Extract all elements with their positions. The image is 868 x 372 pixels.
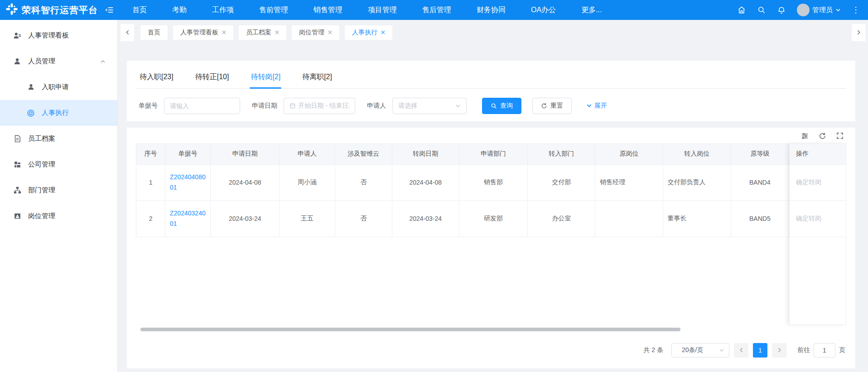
nav-item-finance[interactable]: 财务协同: [477, 5, 506, 15]
applicant-label: 申请人: [367, 102, 386, 110]
user-menu[interactable]: 管理员: [797, 4, 841, 16]
tab-chip-hr-execution[interactable]: 人事执行: [345, 25, 392, 40]
nav-item-aftersales[interactable]: 售后管理: [422, 5, 451, 15]
main-menu: 首页 考勤 工作项 售前管理 销售管理 项目管理 售后管理 财务协同 OA办公 …: [132, 5, 602, 15]
tab-chip-employee-files[interactable]: 员工档案: [239, 25, 286, 40]
nav-item-more[interactable]: 更多...: [581, 5, 602, 15]
filter-bar: 单据号 申请日期 开始日期 - 结束日期 申请人 请选择: [136, 98, 846, 114]
nav-item-home[interactable]: 首页: [132, 5, 147, 15]
search-icon[interactable]: [757, 5, 766, 14]
close-icon[interactable]: [381, 30, 385, 34]
bill-no-input[interactable]: [164, 98, 240, 114]
date-range-picker[interactable]: 开始日期 - 结束日期: [284, 98, 355, 114]
id-badge-icon: [13, 212, 22, 220]
nav-item-workitems[interactable]: 工作项: [212, 5, 234, 15]
avatar: [797, 4, 810, 16]
person-board-icon: [13, 32, 22, 40]
col-header-applicant: 申请人: [280, 143, 335, 164]
tab-pending-resign[interactable]: 待离职[2]: [301, 68, 333, 88]
tab-pending-transfer[interactable]: 待转岗[2]: [250, 68, 281, 88]
sidebar-item-label: 部门管理: [28, 186, 55, 195]
refresh-icon[interactable]: [819, 132, 826, 140]
chips-scroll-left-icon[interactable]: [121, 24, 134, 41]
tab-chip-hr-dashboard[interactable]: 人事管理看板: [173, 25, 233, 40]
document-icon: [13, 135, 22, 143]
search-icon: [491, 103, 497, 109]
close-icon[interactable]: [328, 30, 332, 34]
sidebar-item-onboarding-apply[interactable]: 入职申请: [0, 74, 117, 100]
confirm-transfer-button[interactable]: 确定转岗: [790, 201, 846, 237]
tab-pending-regular[interactable]: 待转正[10]: [194, 68, 230, 88]
sidebar-item-post-mgmt[interactable]: 岗位管理: [0, 203, 117, 229]
nav-item-attendance[interactable]: 考勤: [172, 5, 187, 15]
apply-date-label: 申请日期: [252, 102, 277, 110]
nav-item-presales[interactable]: 售前管理: [259, 5, 288, 15]
page-size-select[interactable]: 20条/页: [671, 343, 729, 358]
chips-scroll-right-icon[interactable]: [852, 24, 865, 41]
close-icon[interactable]: [222, 30, 226, 34]
nav-item-sales[interactable]: 销售管理: [313, 5, 342, 15]
sidebar-item-label: 人事管理看板: [28, 31, 69, 40]
reset-button[interactable]: 重置: [532, 98, 572, 114]
goto-page-input[interactable]: [814, 343, 835, 358]
sidebar-item-department-mgmt[interactable]: 部门管理: [0, 177, 117, 203]
applicant-placeholder: 请选择: [398, 102, 417, 110]
page-unit-label: 页: [839, 346, 845, 354]
top-navbar: 荣科智行运营平台 首页 考勤 工作项 售前管理 销售管理 项目管理 售后管理 财…: [0, 0, 868, 20]
tab-pending-onboard[interactable]: 待入职[23]: [139, 68, 174, 88]
cell-to-dept: 交付部: [528, 164, 595, 200]
chip-label: 员工档案: [246, 29, 271, 37]
close-icon[interactable]: [275, 30, 279, 34]
col-header-apply-dept: 申请部门: [459, 143, 527, 164]
kebab-menu-icon[interactable]: ⋮: [852, 5, 860, 15]
cell-index: 1: [136, 164, 165, 200]
sidebar: 人事管理看板 人员管理 入职申请: [0, 20, 118, 372]
sidebar-item-hr-execution[interactable]: 人事执行: [0, 100, 117, 126]
section-divider: [127, 121, 855, 128]
next-page-button[interactable]: [772, 343, 786, 358]
chevron-down-icon: [586, 103, 592, 109]
cell-old-post: [595, 200, 663, 237]
horizontal-scrollbar[interactable]: [136, 328, 846, 331]
nav-item-oa[interactable]: OA办公: [531, 5, 556, 15]
notification-bell-icon[interactable]: [777, 5, 786, 14]
expand-filters-link[interactable]: 展开: [586, 102, 607, 110]
applicant-select[interactable]: 请选择: [392, 98, 467, 114]
cell-transfer-date: 2024-04-08: [392, 164, 459, 200]
column-settings-icon[interactable]: [801, 132, 809, 140]
status-tabs: 待入职[23] 待转正[10] 待转岗[2] 待离职[2]: [136, 68, 846, 89]
chevron-left-icon: [738, 347, 744, 353]
sidebar-item-personnel-mgmt[interactable]: 人员管理: [0, 48, 117, 74]
menu-fold-icon[interactable]: [105, 5, 114, 14]
tab-chip-home[interactable]: 首页: [140, 25, 168, 40]
chevron-right-icon: [776, 347, 782, 353]
col-header-old-band: 原等级: [731, 143, 789, 164]
logo-icon: [5, 3, 18, 17]
chip-label: 人事管理看板: [180, 29, 218, 37]
tab-chip-post-mgmt[interactable]: 岗位管理: [292, 25, 339, 40]
bill-no-link[interactable]: Z20240408001: [170, 172, 206, 194]
cell-zwy: 否: [335, 200, 392, 237]
cell-to-dept: 办公室: [528, 200, 595, 237]
home-icon[interactable]: [737, 5, 746, 14]
sidebar-item-label: 人员管理: [28, 57, 55, 66]
goto-page: 前往 页: [797, 343, 845, 358]
page-number-button[interactable]: 1: [753, 343, 767, 358]
bill-no-label: 单据号: [139, 102, 158, 110]
search-button[interactable]: 查询: [482, 98, 521, 114]
chip-label: 人事执行: [352, 29, 377, 37]
prev-page-button[interactable]: [734, 343, 748, 358]
bill-no-field[interactable]: [170, 102, 234, 110]
chevron-down-icon: [835, 7, 841, 13]
cell-apply-dept: 销售部: [459, 164, 527, 200]
fullscreen-icon[interactable]: [836, 132, 844, 139]
cell-apply-date: 2024-04-08: [211, 164, 280, 200]
sidebar-item-company-mgmt[interactable]: 公司管理: [0, 152, 117, 177]
sidebar-item-hr-dashboard[interactable]: 人事管理看板: [0, 23, 117, 48]
bill-no-link[interactable]: Z20240324001: [170, 208, 206, 230]
scrollbar-thumb[interactable]: [140, 328, 680, 331]
confirm-transfer-button[interactable]: 确定转岗: [790, 165, 846, 201]
fixed-action-column: 操作 确定转岗 确定转岗: [789, 143, 846, 325]
nav-item-project[interactable]: 项目管理: [368, 5, 397, 15]
sidebar-item-employee-files[interactable]: 员工档案: [0, 126, 117, 152]
